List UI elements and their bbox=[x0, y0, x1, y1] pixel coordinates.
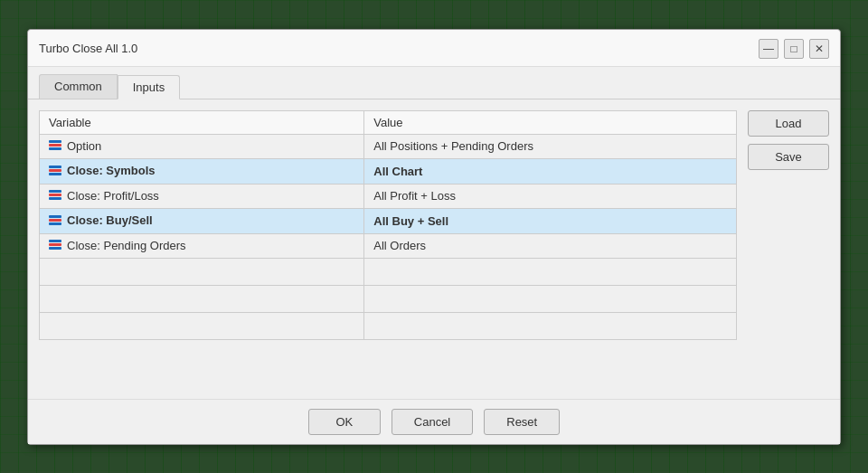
ok-button[interactable]: OK bbox=[308, 409, 381, 435]
table-row[interactable]: Close: Symbols All Chart bbox=[40, 159, 737, 184]
table-row[interactable]: Close: Profit/Loss All Profit + Loss bbox=[40, 184, 737, 209]
variable-cell: Option bbox=[40, 134, 364, 159]
value-cell: All Buy + Sell bbox=[364, 209, 737, 234]
window-controls: — □ ✕ bbox=[759, 39, 829, 59]
value-cell: All Orders bbox=[364, 233, 737, 259]
stack-icon bbox=[49, 215, 61, 226]
value-cell: All Chart bbox=[364, 159, 737, 184]
close-button[interactable]: ✕ bbox=[809, 39, 829, 59]
save-button[interactable]: Save bbox=[748, 144, 829, 170]
stack-icon bbox=[49, 140, 61, 151]
column-header-variable: Variable bbox=[40, 110, 364, 134]
inputs-table-section: Variable Value Option All Positions bbox=[39, 110, 737, 388]
variable-cell: Close: Buy/Sell bbox=[40, 209, 364, 234]
value-cell: All Positions + Pending Orders bbox=[364, 134, 737, 159]
close-buy-sell-row-label: Close: Buy/Sell bbox=[49, 213, 153, 227]
tabs-row: Common Inputs bbox=[28, 67, 840, 99]
tab-common[interactable]: Common bbox=[39, 74, 118, 99]
close-pending-row-label: Close: Pending Orders bbox=[49, 239, 186, 252]
dialog-window: Turbo Close All 1.0 — □ ✕ Common Inputs … bbox=[27, 29, 841, 445]
tab-inputs[interactable]: Inputs bbox=[118, 75, 180, 99]
option-row-label: Option bbox=[49, 139, 101, 153]
right-action-buttons: Load Save bbox=[748, 110, 829, 388]
table-row-empty bbox=[40, 286, 737, 313]
value-cell: All Profit + Loss bbox=[364, 184, 737, 209]
stack-icon bbox=[49, 166, 61, 176]
title-bar: Turbo Close All 1.0 — □ ✕ bbox=[28, 30, 840, 67]
table-row-empty bbox=[40, 313, 737, 340]
stack-icon bbox=[49, 190, 61, 201]
table-row[interactable]: Close: Pending Orders All Orders bbox=[40, 233, 737, 259]
dialog-title: Turbo Close All 1.0 bbox=[39, 42, 137, 55]
table-row[interactable]: Close: Buy/Sell All Buy + Sell bbox=[40, 209, 737, 234]
table-row-empty bbox=[40, 259, 737, 286]
inputs-table: Variable Value Option All Positions bbox=[39, 110, 737, 341]
cancel-button[interactable]: Cancel bbox=[392, 409, 473, 435]
close-symbols-row-label: Close: Symbols bbox=[49, 164, 156, 177]
table-row[interactable]: Option All Positions + Pending Orders bbox=[40, 134, 737, 159]
reset-button[interactable]: Reset bbox=[484, 409, 560, 435]
dialog-body: Variable Value Option All Positions bbox=[28, 99, 840, 399]
variable-cell: Close: Profit/Loss bbox=[40, 184, 364, 209]
minimize-button[interactable]: — bbox=[759, 39, 778, 59]
maximize-button[interactable]: □ bbox=[784, 39, 804, 59]
load-button[interactable]: Load bbox=[748, 110, 829, 137]
column-header-value: Value bbox=[364, 110, 737, 134]
close-profit-loss-row-label: Close: Profit/Loss bbox=[49, 189, 159, 203]
variable-cell: Close: Pending Orders bbox=[40, 233, 364, 259]
dialog-footer: OK Cancel Reset bbox=[28, 399, 840, 444]
variable-cell: Close: Symbols bbox=[40, 159, 364, 184]
stack-icon bbox=[49, 240, 61, 251]
